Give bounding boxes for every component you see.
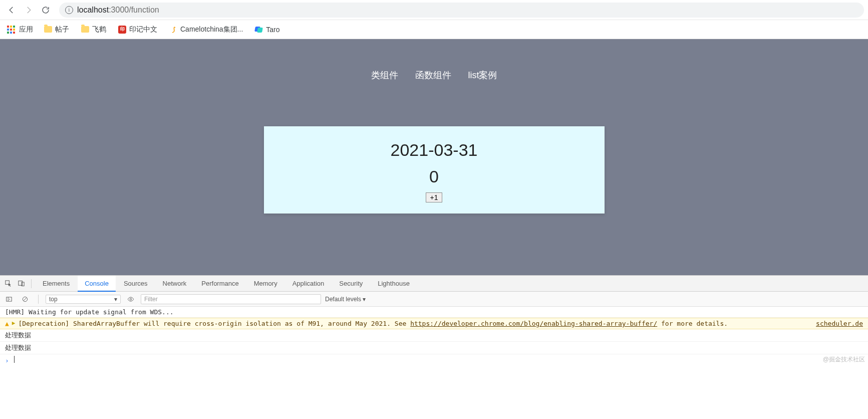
sidebar-icon xyxy=(6,296,13,303)
site-icon: ⟆ xyxy=(169,26,177,34)
bookmark-label: 飞鹤 xyxy=(92,25,106,34)
svg-rect-3 xyxy=(7,297,12,301)
expand-caret-icon[interactable]: ▶ xyxy=(12,320,16,326)
warning-link[interactable]: https://developer.chrome.com/blog/enabli… xyxy=(410,320,657,327)
watermark: @掘金技术社区 xyxy=(823,355,865,364)
live-expression-button[interactable] xyxy=(125,293,137,305)
device-toolbar-button[interactable] xyxy=(15,278,27,290)
svg-point-7 xyxy=(130,298,132,300)
bookmark-item[interactable]: 帖子 xyxy=(39,23,74,36)
clear-console-button[interactable] xyxy=(19,293,31,305)
console-output: [HMR] Waiting for update signal from WDS… xyxy=(0,307,868,366)
console-log-row: 处理数据 xyxy=(0,329,868,342)
back-button[interactable] xyxy=(4,3,19,18)
nav-link-function-component[interactable]: 函数组件 xyxy=(415,69,451,81)
apps-label: 应用 xyxy=(19,25,33,34)
increment-button[interactable]: +1 xyxy=(426,192,443,202)
site-icon: 印 xyxy=(118,26,126,34)
bookmark-label: Taro xyxy=(266,26,279,34)
log-text: 处理数据 xyxy=(5,343,31,352)
separator xyxy=(38,295,39,304)
demo-card: 2021-03-31 0 +1 xyxy=(264,126,605,214)
url-text: localhost:3000/function xyxy=(77,6,159,15)
devtools-tabstrip: Elements Console Sources Network Perform… xyxy=(0,276,868,292)
console-prompt[interactable]: › xyxy=(0,354,868,366)
bookmark-item[interactable]: Taro xyxy=(250,24,284,36)
bookmark-label: 印记中文 xyxy=(129,25,157,34)
context-label: top xyxy=(49,296,58,303)
url-host: localhost xyxy=(77,6,109,14)
warning-icon: ▲ xyxy=(5,320,9,327)
console-warning-row: ▲ ▶ [Deprecation] SharedArrayBuffer will… xyxy=(0,318,868,329)
devtools-tab-performance[interactable]: Performance xyxy=(194,276,245,292)
chevron-down-icon: ▾ xyxy=(114,296,117,303)
filter-placeholder: Filter xyxy=(144,296,158,303)
arrow-right-icon xyxy=(24,6,33,15)
bookmark-item[interactable]: ⟆ Camelotchina集团... xyxy=(164,23,248,36)
levels-label: Default levels ▾ xyxy=(325,296,366,303)
inspect-icon xyxy=(5,280,12,287)
bookmarks-bar: 应用 帖子 飞鹤 印 印记中文 ⟆ Camelotchina集团... Taro xyxy=(0,20,868,39)
log-levels-selector[interactable]: Default levels ▾ xyxy=(325,296,366,303)
devtools-tab-security[interactable]: Security xyxy=(332,276,370,292)
browser-toolbar: i localhost:3000/function xyxy=(0,0,868,20)
nav-link-class-component[interactable]: 类组件 xyxy=(371,69,398,81)
console-log-row: 处理数据 xyxy=(0,342,868,354)
date-display: 2021-03-31 xyxy=(274,140,595,160)
text-cursor xyxy=(14,356,15,363)
bookmark-label: Camelotchina集团... xyxy=(180,25,243,34)
bookmark-item[interactable]: 印 印记中文 xyxy=(113,23,162,36)
chevron-right-icon: › xyxy=(5,357,9,364)
apps-grid-icon xyxy=(7,26,15,34)
page-viewport: 类组件 函数组件 list案例 2021-03-31 0 +1 xyxy=(0,39,868,275)
site-info-icon[interactable]: i xyxy=(65,6,73,14)
bookmark-item[interactable]: 飞鹤 xyxy=(76,23,111,36)
apps-button[interactable]: 应用 xyxy=(3,23,37,36)
device-icon xyxy=(18,280,25,287)
log-text: 处理数据 xyxy=(5,331,31,340)
console-sidebar-toggle[interactable] xyxy=(3,293,15,305)
devtools-tab-application[interactable]: Application xyxy=(285,276,332,292)
address-bar[interactable]: i localhost:3000/function xyxy=(59,3,864,18)
log-text: [Deprecation] SharedArrayBuffer will req… xyxy=(18,320,728,327)
reload-button[interactable] xyxy=(38,3,53,18)
clear-icon xyxy=(22,296,29,303)
devtools-tab-memory[interactable]: Memory xyxy=(247,276,284,292)
bookmark-label: 帖子 xyxy=(55,25,69,34)
devtools-tab-console[interactable]: Console xyxy=(78,276,116,292)
forward-button[interactable] xyxy=(21,3,36,18)
console-toolbar: top ▾ Filter Default levels ▾ xyxy=(0,292,868,307)
svg-line-6 xyxy=(24,298,27,301)
eye-icon xyxy=(127,296,134,303)
separator xyxy=(31,279,32,288)
reload-icon xyxy=(41,6,50,15)
count-display: 0 xyxy=(274,167,595,186)
arrow-left-icon xyxy=(7,6,16,15)
log-text: [HMR] Waiting for update signal from WDS… xyxy=(5,308,174,316)
url-path: :3000/function xyxy=(109,6,159,14)
devtools-tab-network[interactable]: Network xyxy=(156,276,194,292)
devtools-tab-sources[interactable]: Sources xyxy=(117,276,155,292)
devtools-tab-lighthouse[interactable]: Lighthouse xyxy=(371,276,417,292)
console-log-row: [HMR] Waiting for update signal from WDS… xyxy=(0,307,868,318)
log-source-link[interactable]: scheduler.de xyxy=(816,320,863,327)
page-nav: 类组件 函数组件 list案例 xyxy=(0,39,868,81)
folder-icon xyxy=(81,26,89,34)
nav-link-list-example[interactable]: list案例 xyxy=(468,69,497,81)
folder-icon xyxy=(44,26,52,34)
console-filter-input[interactable]: Filter xyxy=(141,294,321,304)
inspect-element-button[interactable] xyxy=(2,278,14,290)
devtools-panel: Elements Console Sources Network Perform… xyxy=(0,275,868,366)
execution-context-selector[interactable]: top ▾ xyxy=(46,295,121,304)
devtools-tab-elements[interactable]: Elements xyxy=(36,276,77,292)
site-icon xyxy=(255,26,263,34)
